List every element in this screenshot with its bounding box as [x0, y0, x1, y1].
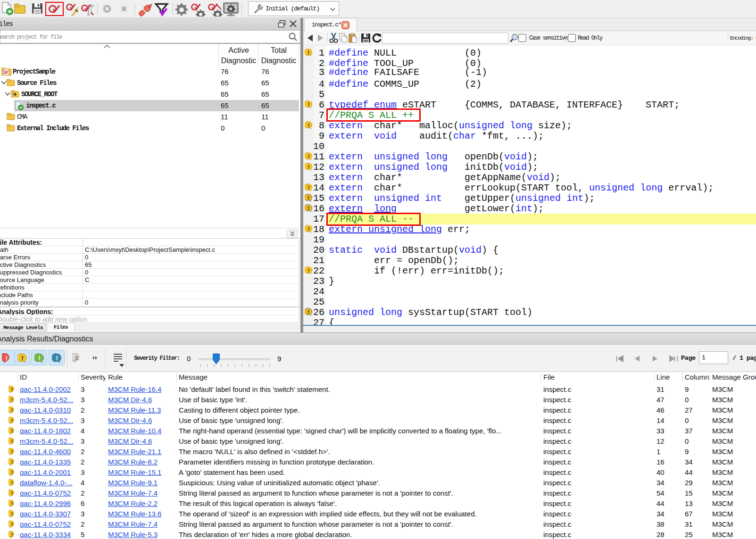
svg-text:2: 2 [75, 355, 78, 361]
svg-text:!: ! [308, 154, 310, 159]
svg-text:!: ! [308, 185, 310, 191]
svg-text:!: ! [307, 206, 309, 211]
svg-text:!: ! [307, 309, 309, 315]
svg-text:!: ! [308, 268, 310, 274]
svg-text:!: ! [308, 102, 310, 108]
svg-text:!: ! [308, 123, 310, 128]
svg-text:!: ! [308, 164, 310, 170]
svg-text:!: ! [307, 50, 309, 56]
svg-text:!: ! [307, 195, 309, 201]
svg-text:!: ! [6, 355, 8, 362]
svg-text:!: ! [21, 355, 24, 362]
svg-text:!: ! [38, 355, 41, 362]
svg-text:!: ! [56, 355, 58, 362]
svg-text:!: ! [308, 226, 310, 232]
